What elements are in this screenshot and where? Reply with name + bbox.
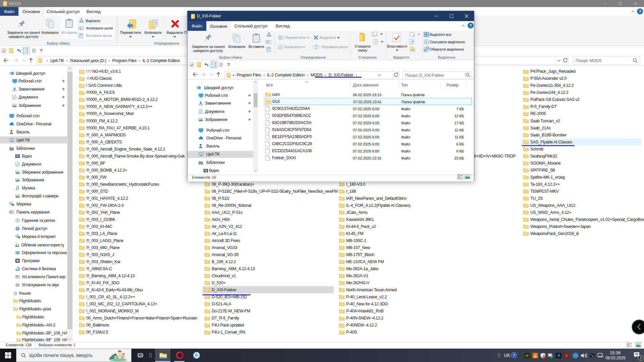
svg-text:?: ? xyxy=(469,23,472,28)
svg-text:S: S xyxy=(565,354,568,358)
svg-text:W..: W.. xyxy=(267,41,270,43)
svg-text:?: ? xyxy=(513,353,515,357)
svg-text:?: ? xyxy=(639,9,641,14)
svg-text:W..: W.. xyxy=(79,27,83,29)
